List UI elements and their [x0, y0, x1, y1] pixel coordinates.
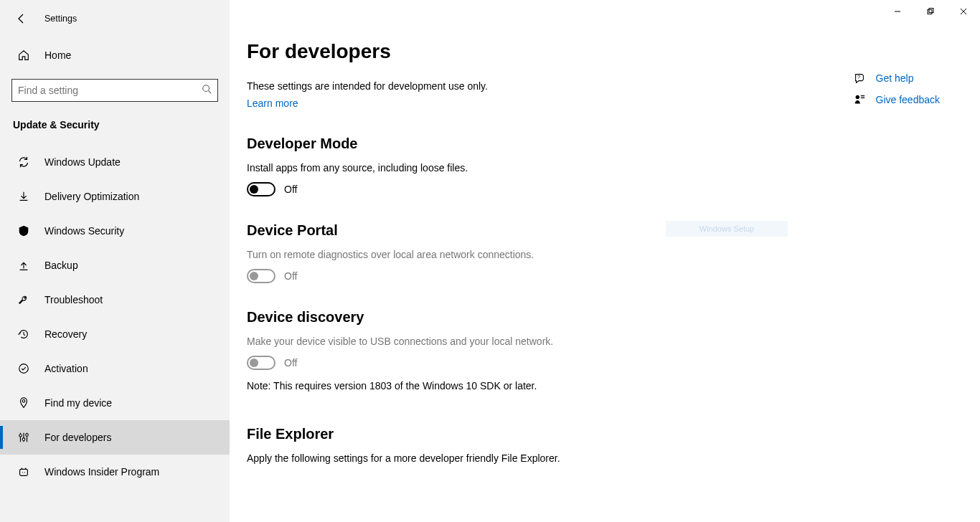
ghost-label: Windows Setup — [699, 224, 754, 233]
svg-rect-12 — [929, 9, 933, 13]
svg-point-6 — [26, 434, 29, 437]
sidebar-item-label: Windows Security — [44, 225, 124, 237]
section-heading: Device discovery — [247, 309, 749, 326]
sidebar-item-activation[interactable]: Activation — [0, 351, 230, 386]
svg-line-1 — [209, 91, 212, 94]
svg-point-3 — [22, 400, 25, 403]
sidebar-item-label: Delivery Optimization — [44, 191, 139, 202]
sidebar-category: Update & Security — [11, 102, 218, 141]
sidebar-item-recovery[interactable]: Recovery — [0, 317, 230, 351]
section-description: Turn on remote diagnostics over local ar… — [247, 249, 749, 260]
close-button[interactable] — [947, 0, 980, 23]
shield-icon — [17, 224, 30, 237]
maximize-button[interactable] — [914, 0, 947, 23]
rail-label: Give feedback — [876, 94, 941, 105]
back-button[interactable] — [14, 11, 29, 26]
location-icon — [17, 397, 30, 409]
rail-label: Get help — [876, 72, 914, 84]
window-controls — [881, 0, 980, 23]
device-portal-toggle — [247, 269, 275, 283]
feedback-icon — [853, 93, 866, 106]
section-developer-mode: Developer Mode Install apps from any sou… — [247, 136, 749, 196]
section-description: Apply the following settings for a more … — [247, 452, 749, 464]
sidebar-item-troubleshoot[interactable]: Troubleshoot — [0, 283, 230, 317]
sidebar-item-windows-update[interactable]: Windows Update — [0, 145, 230, 179]
section-device-discovery: Device discovery Make your device visibl… — [247, 309, 749, 392]
sidebar-item-for-developers[interactable]: For developers — [0, 420, 230, 455]
section-description: Install apps from any source, including … — [247, 162, 749, 174]
toggle-state: Off — [284, 270, 297, 282]
ghost-overlay: Windows Setup — [666, 221, 788, 237]
section-heading: Developer Mode — [247, 136, 749, 152]
sidebar-item-find-my-device[interactable]: Find my device — [0, 386, 230, 420]
sidebar-nav: Windows Update Delivery Optimization Win… — [0, 145, 230, 489]
upload-icon — [17, 259, 30, 272]
home-icon — [17, 49, 30, 62]
toggle-state: Off — [284, 357, 297, 369]
arrow-left-icon — [16, 13, 27, 24]
insider-icon — [17, 465, 30, 478]
check-circle-icon — [17, 362, 30, 375]
toggle-state: Off — [284, 184, 297, 195]
get-help-link[interactable]: ? Get help — [853, 72, 941, 85]
svg-point-5 — [22, 438, 25, 441]
history-icon — [17, 328, 30, 341]
home-label: Home — [44, 49, 71, 61]
sidebar-item-label: Find my device — [44, 397, 112, 409]
sidebar-item-delivery-optimization[interactable]: Delivery Optimization — [0, 179, 230, 214]
main-content: For developers These settings are intend… — [230, 0, 980, 522]
section-file-explorer: File Explorer Apply the following settin… — [247, 426, 749, 464]
sidebar: Settings Home Update & Security Windows … — [0, 0, 230, 522]
sidebar-header: Settings — [0, 6, 230, 32]
svg-rect-11 — [928, 10, 932, 14]
app-title: Settings — [44, 14, 77, 24]
sidebar-item-label: Windows Insider Program — [44, 466, 159, 478]
help-icon: ? — [853, 72, 866, 85]
device-discovery-toggle — [247, 356, 275, 370]
svg-text:?: ? — [857, 74, 860, 80]
sidebar-item-label: Recovery — [44, 328, 87, 340]
section-heading: File Explorer — [247, 426, 749, 442]
download-icon — [17, 190, 30, 203]
svg-point-0 — [203, 85, 209, 92]
search-box[interactable] — [11, 79, 218, 102]
search-icon — [202, 84, 212, 97]
sync-icon — [17, 156, 30, 169]
sdk-note: Note: This requires version 1803 of the … — [247, 380, 749, 392]
minimize-button[interactable] — [881, 0, 914, 23]
intro-text: These settings are intended for developm… — [247, 80, 951, 92]
sidebar-item-label: Backup — [44, 260, 78, 271]
sidebar-item-backup[interactable]: Backup — [0, 248, 230, 283]
sidebar-item-label: Windows Update — [44, 156, 121, 168]
learn-more-link[interactable]: Learn more — [247, 98, 298, 109]
svg-rect-7 — [20, 469, 28, 475]
developer-mode-toggle[interactable] — [247, 182, 275, 196]
right-rail: ? Get help Give feedback — [853, 72, 941, 106]
wrench-icon — [17, 293, 30, 306]
sliders-icon — [17, 431, 30, 444]
svg-point-2 — [19, 364, 29, 374]
sidebar-item-windows-insider[interactable]: Windows Insider Program — [0, 455, 230, 489]
sidebar-item-home[interactable]: Home — [11, 39, 218, 72]
sidebar-item-label: For developers — [44, 432, 111, 443]
svg-point-4 — [19, 435, 22, 437]
sidebar-item-windows-security[interactable]: Windows Security — [0, 214, 230, 248]
search-input[interactable] — [18, 85, 202, 96]
svg-point-9 — [855, 95, 859, 99]
sidebar-item-label: Activation — [44, 363, 88, 374]
give-feedback-link[interactable]: Give feedback — [853, 93, 941, 106]
page-title: For developers — [247, 40, 951, 63]
section-description: Make your device visible to USB connecti… — [247, 336, 749, 347]
sidebar-item-label: Troubleshoot — [44, 294, 103, 305]
